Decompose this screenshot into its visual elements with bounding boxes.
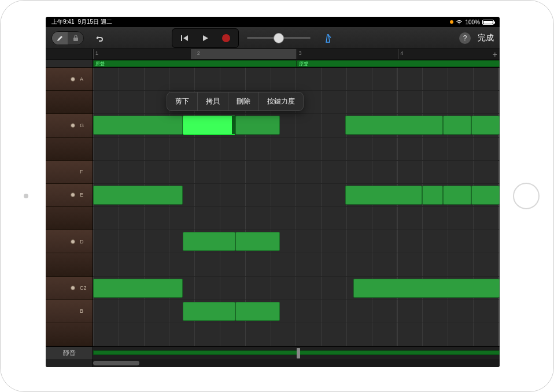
note[interactable] <box>93 279 183 298</box>
ruler-bar: 1 <box>93 49 94 59</box>
fret-row[interactable]: C2 <box>46 277 93 300</box>
battery-icon <box>482 20 494 25</box>
note[interactable] <box>183 232 235 251</box>
grid-row[interactable] <box>93 300 500 323</box>
toolbar: ? 完成 <box>46 27 500 49</box>
camera-icon <box>24 194 28 198</box>
note[interactable] <box>235 116 280 135</box>
playhead-icon[interactable] <box>297 348 300 358</box>
region-clip[interactable]: 原聲 <box>93 60 297 67</box>
ruler-bar: 4 <box>398 49 398 59</box>
grid-row[interactable] <box>93 161 500 184</box>
play-button[interactable] <box>195 31 215 45</box>
fret-row[interactable] <box>46 207 93 230</box>
grid-row[interactable] <box>93 138 500 161</box>
edit-mode-toggle[interactable] <box>51 31 84 45</box>
ruler-bar: 3 <box>297 49 297 59</box>
grid-row[interactable] <box>93 207 500 230</box>
note[interactable] <box>443 186 471 205</box>
done-button[interactable]: 完成 <box>478 33 494 43</box>
grid-row[interactable] <box>93 253 500 276</box>
velocity-lane[interactable] <box>93 346 500 359</box>
note[interactable] <box>345 116 443 135</box>
fret-label: E <box>80 192 87 198</box>
fret-label: D <box>80 239 87 245</box>
fret-dot-icon <box>71 239 75 244</box>
ruler[interactable]: + 1234 <box>93 49 500 60</box>
note[interactable] <box>183 302 235 321</box>
note[interactable] <box>235 232 280 251</box>
note[interactable] <box>93 186 183 205</box>
note[interactable] <box>235 302 280 321</box>
horizontal-scrollbar[interactable] <box>93 359 500 367</box>
record-button[interactable] <box>216 31 236 45</box>
help-button[interactable]: ? <box>459 32 471 44</box>
fret-label: A <box>80 76 87 82</box>
note[interactable] <box>471 116 500 135</box>
context-menu: 剪下 拷貝 刪除 按鍵力度 <box>167 92 304 111</box>
fret-dot-icon <box>71 123 75 128</box>
cycle-locator[interactable] <box>191 49 297 59</box>
note-grid[interactable]: 剪下 拷貝 刪除 按鍵力度 <box>93 68 500 346</box>
fret-row[interactable]: G <box>46 114 93 137</box>
ruler-bar-number: 4 <box>400 50 403 56</box>
fret-label: B <box>80 308 87 314</box>
grid-row[interactable] <box>93 277 500 300</box>
pencil-icon[interactable] <box>52 32 68 45</box>
mute-row-label[interactable]: 靜音 <box>46 346 93 359</box>
fret-row[interactable]: A <box>46 68 93 91</box>
svg-rect-1 <box>181 35 182 41</box>
status-time: 上午9:41 <box>51 18 74 26</box>
fret-row[interactable]: B <box>46 300 93 323</box>
grid-column: + 1234 原聲原聲 剪下 拷貝 刪除 按鍵力度 <box>93 49 500 367</box>
undo-button[interactable] <box>91 30 107 46</box>
fret-row[interactable]: E <box>46 184 93 207</box>
piano-roll-editor: AGFEDC2B 靜音 + 1234 原聲原聲 剪下 拷貝 刪除 按鍵力 <box>46 49 500 367</box>
fretboard[interactable]: AGFEDC2B <box>46 68 93 346</box>
note[interactable] <box>353 279 500 298</box>
scrollbar-thumb[interactable] <box>93 361 139 365</box>
fret-row[interactable] <box>46 91 93 114</box>
add-section-button[interactable]: + <box>493 50 497 58</box>
note[interactable] <box>345 186 423 205</box>
record-icon <box>222 34 230 42</box>
region-clip[interactable]: 原聲 <box>297 60 500 67</box>
ruler-bar-number: 2 <box>197 50 200 56</box>
context-copy[interactable]: 拷貝 <box>198 93 228 110</box>
fret-row[interactable] <box>46 323 93 346</box>
lock-icon[interactable] <box>68 32 83 45</box>
ruler-bar-number: 3 <box>299 50 302 56</box>
grid-row[interactable] <box>93 68 500 91</box>
context-velocity[interactable]: 按鍵力度 <box>259 93 303 110</box>
master-volume-slider[interactable] <box>247 32 311 44</box>
recording-indicator-icon <box>450 20 453 24</box>
status-bar: 上午9:41 9月15日 週二 100% <box>46 17 500 27</box>
ruler-bar: 2 <box>195 49 195 59</box>
note[interactable] <box>443 116 471 135</box>
fret-row[interactable] <box>46 253 93 276</box>
fret-row[interactable] <box>46 138 93 161</box>
note-selected[interactable] <box>183 116 235 135</box>
fret-row[interactable]: D <box>46 230 93 253</box>
region-header[interactable]: 原聲原聲 <box>93 60 500 68</box>
fret-dot-icon <box>71 193 75 197</box>
note[interactable] <box>471 186 500 205</box>
metronome-button[interactable] <box>320 30 336 46</box>
battery-percent: 100% <box>465 19 480 25</box>
grid-row[interactable] <box>93 230 500 253</box>
context-cut[interactable]: 剪下 <box>167 93 198 110</box>
note[interactable] <box>93 116 183 135</box>
fret-dot-icon <box>71 286 75 290</box>
context-delete[interactable]: 刪除 <box>228 93 259 110</box>
home-button[interactable] <box>513 183 540 209</box>
go-to-start-button[interactable] <box>175 31 194 45</box>
fret-label: F <box>80 169 87 175</box>
grid-row[interactable] <box>93 323 500 346</box>
ipad-frame: 上午9:41 9月15日 週二 100% <box>0 0 554 392</box>
fret-label: G <box>80 123 87 128</box>
fret-dot-icon <box>71 77 75 82</box>
note[interactable] <box>422 186 442 205</box>
grid-row[interactable] <box>93 184 500 207</box>
grid-row[interactable] <box>93 114 500 137</box>
fret-row[interactable]: F <box>46 161 93 184</box>
